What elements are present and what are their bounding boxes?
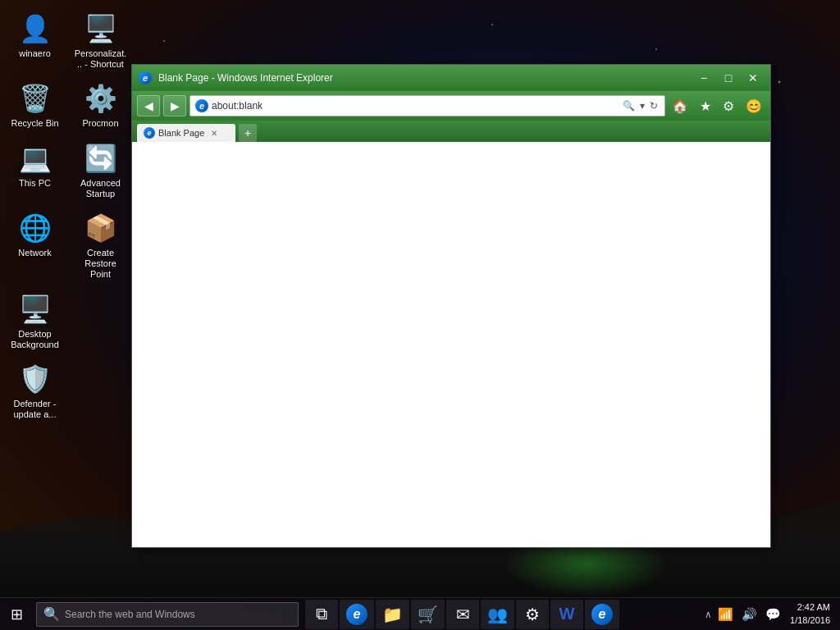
- icon-winaero-label: winaero: [19, 48, 51, 59]
- clock-date: 1/18/2016: [790, 614, 830, 627]
- favorites-button[interactable]: ★: [696, 97, 714, 116]
- address-actions: 🔍 ▾ ↻: [621, 100, 660, 112]
- address-ie-icon: e: [195, 99, 208, 112]
- icon-create-restore-point[interactable]: 📦 Create Restore Point: [70, 208, 131, 285]
- search-placeholder: Search the web and Windows: [65, 609, 195, 620]
- taskbar-center: ⧉ e 📁 🛒 ✉ 👥 ⚙ W e: [302, 600, 698, 629]
- network-tray-icon[interactable]: 📶: [715, 605, 736, 623]
- icon-defender-update-label: Defender - update a...: [8, 399, 62, 420]
- emoji-button[interactable]: 😊: [742, 97, 765, 116]
- new-tab-button[interactable]: +: [239, 124, 257, 142]
- icon-personalize-shortcut-label: Personalizat... - Shortcut: [74, 48, 127, 70]
- close-button[interactable]: ✕: [742, 70, 764, 86]
- tools-button[interactable]: ⚙: [719, 97, 737, 116]
- ie-logo-titlebar: e: [139, 71, 152, 84]
- store-button[interactable]: 🛒: [411, 600, 445, 629]
- icon-create-restore-point-label: Create Restore Point: [74, 248, 127, 281]
- icon-winaero[interactable]: 👤 winaero: [4, 8, 66, 74]
- tab-close-button[interactable]: ✕: [211, 129, 217, 138]
- system-tray: ∧ 📶 🔊 💬 2:42 AM 1/18/2016: [698, 601, 840, 627]
- icon-network[interactable]: 🌐 Network: [4, 208, 66, 285]
- teams-button[interactable]: 👥: [481, 600, 514, 629]
- icon-procmon[interactable]: ⚙️ Procmon: [70, 78, 131, 133]
- forward-button[interactable]: ▶: [163, 95, 186, 116]
- home-button[interactable]: 🏠: [669, 97, 692, 116]
- browser-toolbar: ◀ ▶ e 🔍 ▾ ↻ 🏠 ★ ⚙ 😊: [132, 91, 770, 121]
- mail-button[interactable]: ✉: [446, 600, 479, 629]
- task-view-button[interactable]: ⧉: [305, 600, 338, 629]
- mail-icon: ✉: [456, 605, 470, 624]
- ie-taskbar-icon: e: [591, 604, 613, 625]
- word-icon: W: [559, 605, 575, 623]
- browser-title: Blank Page - Windows Internet Explorer: [155, 72, 690, 84]
- icon-recycle-bin[interactable]: 🗑️ Recycle Bin: [4, 78, 66, 133]
- ie-taskbar-button[interactable]: e: [585, 600, 619, 629]
- browser-titlebar: e Blank Page - Windows Internet Explorer…: [132, 65, 770, 91]
- teams-icon: 👥: [487, 605, 508, 624]
- icon-defender-update[interactable]: 🛡️ Defender - update a...: [4, 358, 66, 424]
- edge-button[interactable]: e: [340, 600, 374, 629]
- back-button[interactable]: ◀: [137, 95, 160, 116]
- folder-button[interactable]: 📁: [376, 600, 409, 629]
- search-icon: 🔍: [43, 606, 60, 622]
- start-button[interactable]: ⊞: [0, 598, 33, 631]
- address-input[interactable]: [212, 100, 618, 112]
- notification-tray-icon[interactable]: 💬: [763, 605, 783, 623]
- address-bar[interactable]: e 🔍 ▾ ↻: [189, 95, 665, 116]
- icon-this-pc[interactable]: 💻 This PC: [4, 138, 66, 203]
- dropdown-button[interactable]: ▾: [638, 100, 646, 112]
- icon-this-pc-label: This PC: [19, 178, 51, 189]
- tab-ie-icon: e: [144, 127, 155, 139]
- search-button[interactable]: 🔍: [621, 100, 637, 112]
- browser-toolbar-right: 🏠 ★ ⚙ 😊: [669, 97, 765, 116]
- minimize-button[interactable]: −: [693, 70, 714, 86]
- edge-icon: e: [346, 604, 368, 625]
- icon-procmon-label: Procmon: [82, 118, 118, 129]
- task-view-icon: ⧉: [316, 605, 327, 623]
- browser-tabs: e Blank Page ✕ +: [132, 121, 770, 142]
- start-icon: ⊞: [11, 605, 23, 623]
- volume-tray-icon[interactable]: 🔊: [739, 605, 760, 623]
- folder-icon: 📁: [382, 605, 403, 624]
- desktop-icons: 👤 winaero 🖥️ Personalizat... - Shortcut …: [0, 0, 127, 591]
- refresh-button[interactable]: ↻: [648, 100, 660, 112]
- browser-window: e Blank Page - Windows Internet Explorer…: [131, 64, 771, 548]
- store-icon: 🛒: [418, 605, 438, 624]
- tab-title: Blank Page: [158, 128, 204, 138]
- maximize-button[interactable]: □: [718, 70, 739, 86]
- tray-expand-button[interactable]: ∧: [705, 609, 712, 620]
- clock[interactable]: 2:42 AM 1/18/2016: [787, 601, 833, 627]
- icon-recycle-bin-label: Recycle Bin: [11, 118, 58, 129]
- icon-advanced-startup[interactable]: 🔄 Advanced Startup: [70, 138, 131, 203]
- taskbar: ⊞ 🔍 Search the web and Windows ⧉ e 📁 🛒 ✉: [0, 597, 840, 630]
- tab-blank-page[interactable]: e Blank Page ✕: [137, 124, 235, 142]
- desktop: 👤 winaero 🖥️ Personalizat... - Shortcut …: [0, 0, 840, 630]
- browser-content-area: [132, 142, 770, 547]
- icon-desktop-background[interactable]: 🖥️ Desktop Background: [4, 289, 66, 354]
- icon-desktop-background-label: Desktop Background: [8, 329, 62, 350]
- search-box[interactable]: 🔍 Search the web and Windows: [36, 602, 299, 627]
- clock-time: 2:42 AM: [790, 601, 830, 614]
- icon-network-label: Network: [18, 248, 51, 258]
- settings-button[interactable]: ⚙: [516, 600, 549, 629]
- settings-icon: ⚙: [525, 605, 540, 624]
- icon-advanced-startup-label: Advanced Startup: [74, 178, 127, 199]
- word-button[interactable]: W: [550, 600, 583, 629]
- icon-personalize-shortcut[interactable]: 🖥️ Personalizat... - Shortcut: [70, 8, 131, 74]
